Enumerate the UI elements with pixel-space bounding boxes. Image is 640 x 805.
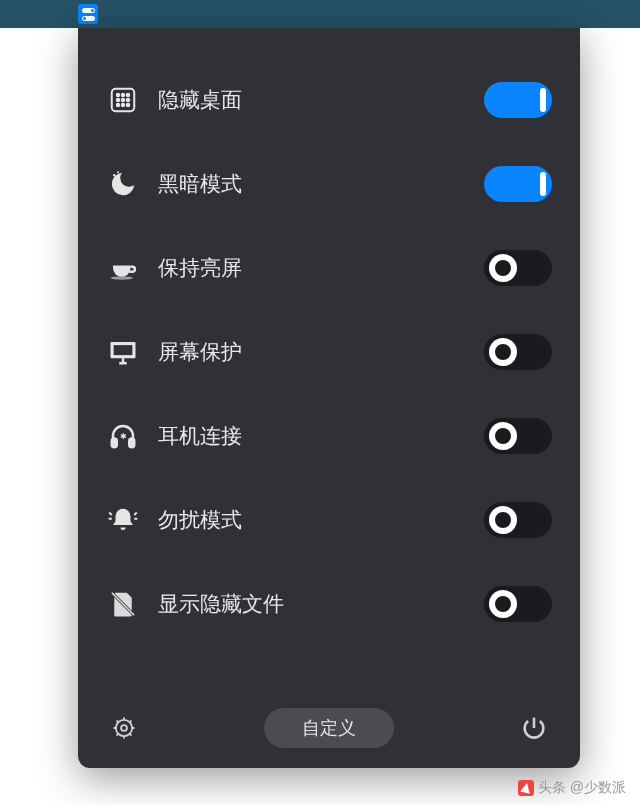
row-screensaver: 屏幕保护 [106, 310, 552, 394]
toggle-screensaver[interactable] [484, 334, 552, 370]
svg-point-6 [127, 99, 130, 102]
svg-point-5 [122, 99, 125, 102]
row-hide-desktop: 隐藏桌面 [106, 58, 552, 142]
row-dnd: 勿扰模式 [106, 478, 552, 562]
toggle-dnd[interactable] [484, 502, 552, 538]
toggle-hidden-files[interactable] [484, 586, 552, 622]
svg-rect-16 [129, 439, 134, 448]
svg-point-18 [116, 720, 132, 736]
row-keep-awake: 保持亮屏 [106, 226, 552, 310]
svg-point-19 [121, 725, 127, 731]
toggle-dark-mode[interactable] [484, 166, 552, 202]
row-label: 保持亮屏 [158, 254, 484, 282]
power-button[interactable] [516, 710, 552, 746]
svg-point-10 [113, 174, 116, 177]
svg-text:✱: ✱ [120, 432, 127, 441]
watermark-logo-icon [518, 780, 534, 796]
row-dark-mode: 黑暗模式 [106, 142, 552, 226]
toggle-keep-awake[interactable] [484, 250, 552, 286]
row-hidden-files: 显示隐藏文件 [106, 562, 552, 646]
svg-rect-15 [112, 439, 117, 448]
customize-button[interactable]: 自定义 [264, 708, 394, 748]
headphones-icon: ✱ [106, 419, 140, 453]
watermark: 头条 @少数派 [518, 779, 626, 797]
bell-icon [106, 503, 140, 537]
svg-point-2 [122, 94, 125, 97]
hidden-file-icon [106, 587, 140, 621]
row-headphones: ✱ 耳机连接 [106, 394, 552, 478]
monitor-icon [106, 335, 140, 369]
panel-footer: 自定义 [106, 696, 552, 748]
desktop-grid-icon [106, 83, 140, 117]
svg-point-3 [127, 94, 130, 97]
row-label: 黑暗模式 [158, 170, 484, 198]
toggle-headphones[interactable] [484, 418, 552, 454]
menubar-app-icon[interactable] [78, 4, 98, 24]
power-icon [520, 714, 548, 742]
row-label: 耳机连接 [158, 422, 484, 450]
settings-panel: 隐藏桌面 黑暗模式 保持亮屏 [78, 28, 580, 768]
toggle-hide-desktop[interactable] [484, 82, 552, 118]
menubar [0, 0, 640, 28]
row-label: 显示隐藏文件 [158, 590, 484, 618]
row-label: 勿扰模式 [158, 506, 484, 534]
coffee-icon [106, 251, 140, 285]
svg-rect-14 [112, 344, 133, 357]
watermark-text: 头条 @少数派 [538, 779, 626, 797]
svg-point-9 [127, 104, 130, 107]
svg-point-12 [111, 276, 134, 279]
settings-button[interactable] [106, 710, 142, 746]
svg-point-8 [122, 104, 125, 107]
svg-point-11 [117, 171, 119, 173]
row-label: 隐藏桌面 [158, 86, 484, 114]
gear-icon [110, 714, 138, 742]
svg-point-1 [117, 94, 120, 97]
svg-point-7 [117, 104, 120, 107]
dark-mode-icon [106, 167, 140, 201]
svg-point-4 [117, 99, 120, 102]
row-label: 屏幕保护 [158, 338, 484, 366]
